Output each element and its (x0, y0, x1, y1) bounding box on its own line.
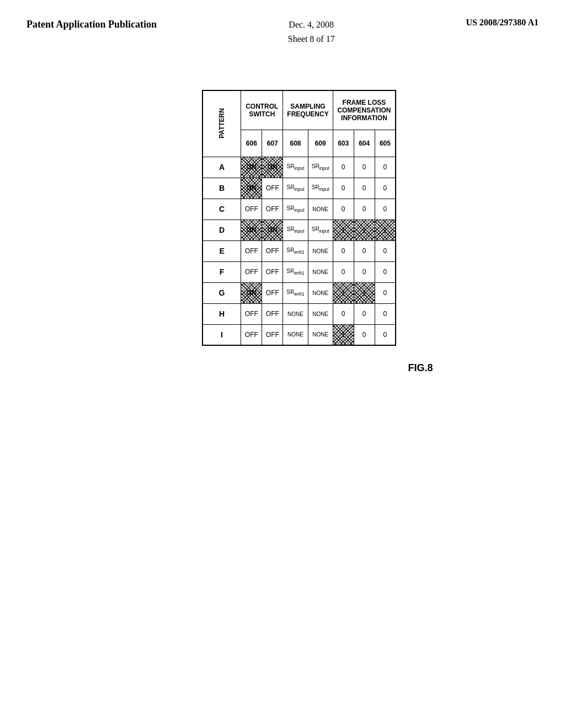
cell-606: OFF (241, 240, 262, 261)
cell-605: 0 (375, 324, 396, 345)
cell-609: NONE (308, 303, 333, 324)
main-content: PATTERN CONTROLSWITCH SAMPLINGFREQUENCY … (0, 90, 565, 374)
cell-607: ON (262, 220, 283, 240)
cell-606: OFF (241, 261, 262, 282)
cell-603: 0 (333, 240, 354, 261)
pattern-cell: A (202, 157, 241, 178)
cell-609: NONE (308, 199, 333, 220)
cell-608: NONE (283, 324, 308, 345)
col-607: 607 (262, 130, 283, 157)
cell-605: 0 (375, 261, 396, 282)
cell-609: NONE (308, 261, 333, 282)
cell-608: SRinput (283, 220, 308, 240)
cell-606: ON (241, 282, 262, 303)
cell-608: SRinput (283, 199, 308, 220)
pattern-cell: B (202, 178, 241, 199)
pattern-cell: F (202, 261, 241, 282)
cell-604: 0 (354, 178, 375, 199)
publication-date: Dec. 4, 2008 (289, 20, 334, 29)
cell-603: 0 (333, 157, 354, 178)
cell-606: ON (241, 157, 262, 178)
figure-label: FIG.8 (408, 362, 433, 374)
cell-607: OFF (262, 261, 283, 282)
cell-603: 1 (333, 324, 354, 345)
cell-603: 0 (333, 178, 354, 199)
cell-609: SRinput (308, 178, 333, 199)
cell-606: ON (241, 220, 262, 240)
cell-606: ON (241, 178, 262, 199)
cell-608: SRinput (283, 178, 308, 199)
cell-608: NONE (283, 303, 308, 324)
cell-607: OFF (262, 240, 283, 261)
cell-605: 1 (375, 220, 396, 240)
cell-608: SRenh1 (283, 261, 308, 282)
cell-604: 0 (354, 199, 375, 220)
data-table: PATTERN CONTROLSWITCH SAMPLINGFREQUENCY … (202, 90, 396, 346)
pattern-header: PATTERN (202, 90, 241, 157)
cell-609: SRinput (308, 157, 333, 178)
cell-607: OFF (262, 178, 283, 199)
cell-608: SRinput (283, 157, 308, 178)
col-609: 609 (308, 130, 333, 157)
header-center: Dec. 4, 2008 Sheet 8 of 17 (288, 18, 335, 46)
publication-title: Patent Application Publication (26, 18, 157, 31)
cell-606: OFF (241, 324, 262, 345)
cell-606: OFF (241, 303, 262, 324)
pattern-cell: G (202, 282, 241, 303)
pattern-cell: E (202, 240, 241, 261)
cell-603: 0 (333, 199, 354, 220)
col-603: 603 (333, 130, 354, 157)
cell-607: OFF (262, 324, 283, 345)
cell-609: NONE (308, 240, 333, 261)
cell-605: 0 (375, 303, 396, 324)
cell-606: OFF (241, 199, 262, 220)
cell-608: SRenh1 (283, 282, 308, 303)
cell-603: 1 (333, 282, 354, 303)
cell-603: 0 (333, 261, 354, 282)
control-switch-header: CONTROLSWITCH (241, 90, 283, 130)
cell-608: SRenh1 (283, 240, 308, 261)
col-604: 604 (354, 130, 375, 157)
cell-605: 0 (375, 282, 396, 303)
pattern-cell: C (202, 199, 241, 220)
cell-604: 1 (354, 220, 375, 240)
pattern-cell: D (202, 220, 241, 240)
pattern-cell: I (202, 324, 241, 345)
cell-605: 0 (375, 240, 396, 261)
cell-609: NONE (308, 324, 333, 345)
cell-604: 0 (354, 303, 375, 324)
cell-603: 0 (333, 303, 354, 324)
cell-607: ON (262, 157, 283, 178)
cell-607: OFF (262, 199, 283, 220)
sampling-frequency-header: SAMPLINGFREQUENCY (283, 90, 333, 130)
col-606: 606 (241, 130, 262, 157)
table-container: PATTERN CONTROLSWITCH SAMPLINGFREQUENCY … (202, 90, 396, 346)
cell-604: 0 (354, 324, 375, 345)
cell-607: OFF (262, 282, 283, 303)
col-605: 605 (375, 130, 396, 157)
patent-number: US 2008/297380 A1 (466, 18, 539, 28)
cell-603: 1 (333, 220, 354, 240)
cell-605: 0 (375, 199, 396, 220)
pattern-cell: H (202, 303, 241, 324)
cell-605: 0 (375, 178, 396, 199)
sheet-info: Sheet 8 of 17 (288, 34, 335, 44)
frame-loss-header: FRAME LOSSCOMPENSATIONINFORMATION (333, 90, 396, 130)
page-header: Patent Application Publication Dec. 4, 2… (0, 0, 565, 46)
cell-604: 0 (354, 240, 375, 261)
cell-605: 0 (375, 157, 396, 178)
cell-604: 0 (354, 157, 375, 178)
cell-609: SRinput (308, 220, 333, 240)
cell-607: OFF (262, 303, 283, 324)
col-608: 608 (283, 130, 308, 157)
cell-609: NONE (308, 282, 333, 303)
cell-604: 0 (354, 261, 375, 282)
cell-604: 1 (354, 282, 375, 303)
